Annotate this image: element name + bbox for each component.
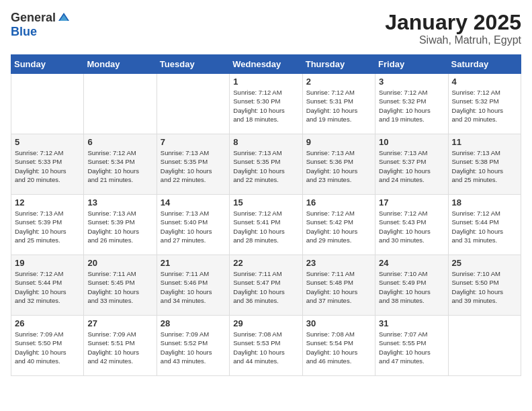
day-number: 24: [379, 258, 444, 268]
day-info: Sunrise: 7:13 AM Sunset: 5:40 PM Dayligh…: [161, 209, 226, 244]
calendar-cell: 10Sunrise: 7:13 AM Sunset: 5:37 PM Dayli…: [375, 134, 448, 195]
day-number: 28: [161, 318, 226, 328]
calendar-cell: 27Sunrise: 7:09 AM Sunset: 5:51 PM Dayli…: [84, 316, 157, 376]
day-info: Sunrise: 7:12 AM Sunset: 5:44 PM Dayligh…: [15, 269, 80, 305]
day-info: Sunrise: 7:13 AM Sunset: 5:37 PM Dayligh…: [379, 148, 444, 184]
logo-icon: [57, 11, 71, 25]
calendar-cell: 14Sunrise: 7:13 AM Sunset: 5:40 PM Dayli…: [157, 195, 229, 255]
calendar-cell: 26Sunrise: 7:09 AM Sunset: 5:50 PM Dayli…: [11, 316, 84, 376]
calendar-cell: 16Sunrise: 7:12 AM Sunset: 5:42 PM Dayli…: [302, 195, 375, 255]
calendar-week-row: 26Sunrise: 7:09 AM Sunset: 5:50 PM Dayli…: [11, 316, 521, 376]
calendar-cell: 18Sunrise: 7:12 AM Sunset: 5:44 PM Dayli…: [448, 195, 521, 255]
calendar-header-wednesday: Wednesday: [230, 55, 302, 74]
day-info: Sunrise: 7:13 AM Sunset: 5:36 PM Dayligh…: [306, 148, 371, 184]
calendar-cell: 13Sunrise: 7:13 AM Sunset: 5:39 PM Dayli…: [84, 195, 157, 255]
day-number: 12: [15, 197, 80, 208]
calendar-cell: [84, 74, 157, 134]
day-number: 27: [87, 318, 152, 328]
day-number: 10: [379, 137, 444, 147]
calendar-cell: 22Sunrise: 7:11 AM Sunset: 5:47 PM Dayli…: [230, 255, 302, 316]
logo: General Blue: [11, 11, 71, 39]
day-number: 30: [306, 318, 371, 328]
day-info: Sunrise: 7:08 AM Sunset: 5:53 PM Dayligh…: [233, 330, 298, 365]
calendar-cell: 21Sunrise: 7:11 AM Sunset: 5:46 PM Dayli…: [157, 255, 229, 316]
day-number: 25: [452, 258, 517, 268]
day-number: 21: [161, 258, 226, 268]
day-number: 15: [233, 197, 298, 208]
page-header: General Blue January 2025 Siwah, Matruh,…: [11, 11, 521, 46]
day-number: 9: [306, 137, 371, 147]
calendar-cell: 1Sunrise: 7:12 AM Sunset: 5:30 PM Daylig…: [230, 74, 302, 134]
calendar-cell: 23Sunrise: 7:11 AM Sunset: 5:48 PM Dayli…: [302, 255, 375, 316]
day-number: 23: [306, 258, 371, 268]
day-info: Sunrise: 7:12 AM Sunset: 5:32 PM Dayligh…: [379, 88, 444, 124]
day-info: Sunrise: 7:12 AM Sunset: 5:43 PM Dayligh…: [379, 209, 444, 244]
day-number: 3: [379, 77, 444, 87]
day-number: 22: [233, 258, 298, 268]
day-number: 26: [15, 318, 80, 328]
calendar-cell: 31Sunrise: 7:07 AM Sunset: 5:55 PM Dayli…: [375, 316, 448, 376]
calendar-cell: 15Sunrise: 7:12 AM Sunset: 5:41 PM Dayli…: [230, 195, 302, 255]
day-info: Sunrise: 7:08 AM Sunset: 5:54 PM Dayligh…: [306, 330, 371, 365]
day-number: 7: [161, 137, 226, 147]
calendar-cell: 17Sunrise: 7:12 AM Sunset: 5:43 PM Dayli…: [375, 195, 448, 255]
day-info: Sunrise: 7:12 AM Sunset: 5:42 PM Dayligh…: [306, 209, 371, 244]
calendar-week-row: 12Sunrise: 7:13 AM Sunset: 5:39 PM Dayli…: [11, 195, 521, 255]
day-info: Sunrise: 7:12 AM Sunset: 5:34 PM Dayligh…: [87, 148, 152, 184]
day-number: 5: [15, 137, 80, 147]
calendar-cell: 20Sunrise: 7:11 AM Sunset: 5:45 PM Dayli…: [84, 255, 157, 316]
calendar-cell: 28Sunrise: 7:09 AM Sunset: 5:52 PM Dayli…: [157, 316, 229, 376]
calendar-header-sunday: Sunday: [11, 55, 84, 74]
day-info: Sunrise: 7:13 AM Sunset: 5:39 PM Dayligh…: [87, 209, 152, 244]
day-info: Sunrise: 7:13 AM Sunset: 5:38 PM Dayligh…: [452, 148, 517, 184]
calendar-header-monday: Monday: [84, 55, 157, 74]
calendar-cell: 29Sunrise: 7:08 AM Sunset: 5:53 PM Dayli…: [230, 316, 302, 376]
calendar-cell: 30Sunrise: 7:08 AM Sunset: 5:54 PM Dayli…: [302, 316, 375, 376]
day-info: Sunrise: 7:11 AM Sunset: 5:48 PM Dayligh…: [306, 269, 371, 305]
day-info: Sunrise: 7:11 AM Sunset: 5:47 PM Dayligh…: [233, 269, 298, 305]
day-number: 8: [233, 137, 298, 147]
calendar-header-thursday: Thursday: [302, 55, 375, 74]
day-info: Sunrise: 7:07 AM Sunset: 5:55 PM Dayligh…: [379, 330, 444, 365]
month-title: January 2025: [385, 11, 521, 34]
day-number: 14: [161, 197, 226, 208]
day-info: Sunrise: 7:12 AM Sunset: 5:31 PM Dayligh…: [306, 88, 371, 124]
day-number: 31: [379, 318, 444, 328]
calendar-cell: 7Sunrise: 7:13 AM Sunset: 5:35 PM Daylig…: [157, 134, 229, 195]
logo-general-text: General: [11, 11, 56, 25]
day-number: 1: [233, 77, 298, 87]
calendar-cell: 19Sunrise: 7:12 AM Sunset: 5:44 PM Dayli…: [11, 255, 84, 316]
day-info: Sunrise: 7:10 AM Sunset: 5:50 PM Dayligh…: [452, 269, 517, 305]
day-number: 4: [452, 77, 517, 87]
day-number: 6: [87, 137, 152, 147]
day-info: Sunrise: 7:09 AM Sunset: 5:51 PM Dayligh…: [87, 330, 152, 365]
day-number: 16: [306, 197, 371, 208]
day-info: Sunrise: 7:12 AM Sunset: 5:44 PM Dayligh…: [452, 209, 517, 244]
day-number: 2: [306, 77, 371, 87]
day-info: Sunrise: 7:12 AM Sunset: 5:30 PM Dayligh…: [233, 88, 298, 124]
calendar-header-row: SundayMondayTuesdayWednesdayThursdayFrid…: [11, 55, 521, 74]
day-number: 29: [233, 318, 298, 328]
day-info: Sunrise: 7:11 AM Sunset: 5:46 PM Dayligh…: [161, 269, 226, 305]
calendar-header-tuesday: Tuesday: [157, 55, 229, 74]
calendar-week-row: 1Sunrise: 7:12 AM Sunset: 5:30 PM Daylig…: [11, 74, 521, 134]
calendar-cell: 4Sunrise: 7:12 AM Sunset: 5:32 PM Daylig…: [448, 74, 521, 134]
calendar-table: SundayMondayTuesdayWednesdayThursdayFrid…: [11, 54, 521, 376]
calendar-header-saturday: Saturday: [448, 55, 521, 74]
title-section: January 2025 Siwah, Matruh, Egypt: [385, 11, 521, 46]
day-info: Sunrise: 7:12 AM Sunset: 5:33 PM Dayligh…: [15, 148, 80, 184]
calendar-cell: 11Sunrise: 7:13 AM Sunset: 5:38 PM Dayli…: [448, 134, 521, 195]
day-number: 11: [452, 137, 517, 147]
calendar-cell: 5Sunrise: 7:12 AM Sunset: 5:33 PM Daylig…: [11, 134, 84, 195]
calendar-cell: [157, 74, 229, 134]
day-number: 19: [15, 258, 80, 268]
calendar-cell: 24Sunrise: 7:10 AM Sunset: 5:49 PM Dayli…: [375, 255, 448, 316]
day-number: 20: [87, 258, 152, 268]
day-number: 18: [452, 197, 517, 208]
day-info: Sunrise: 7:13 AM Sunset: 5:35 PM Dayligh…: [233, 148, 298, 184]
location-title: Siwah, Matruh, Egypt: [385, 34, 521, 46]
day-number: 13: [87, 197, 152, 208]
calendar-cell: 9Sunrise: 7:13 AM Sunset: 5:36 PM Daylig…: [302, 134, 375, 195]
day-info: Sunrise: 7:12 AM Sunset: 5:32 PM Dayligh…: [452, 88, 517, 124]
day-number: 17: [379, 197, 444, 208]
